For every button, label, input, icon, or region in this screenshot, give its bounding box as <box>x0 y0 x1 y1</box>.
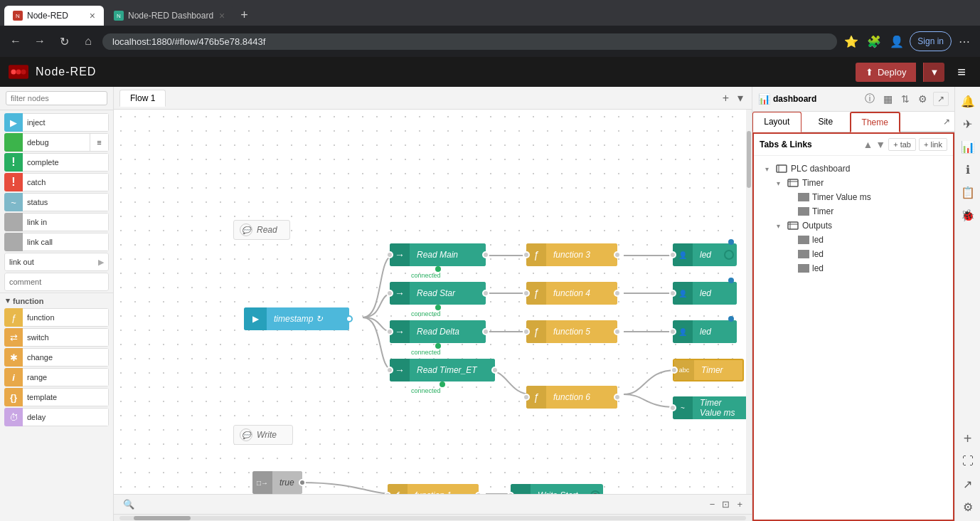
node-debug[interactable]: debug ≡ <box>4 133 109 152</box>
fn1-label: function 1 <box>408 484 479 494</box>
panel-settings-button[interactable]: ⚙ <box>915 92 930 106</box>
node-timestamp[interactable]: ▶ timestamp ↻ <box>244 307 349 330</box>
menu-button[interactable]: ≡ <box>952 61 971 83</box>
tab-theme[interactable]: Theme <box>850 112 900 132</box>
sign-in-button[interactable]: Sign in <box>910 31 952 51</box>
node-read-star[interactable]: → Read Star connected <box>390 282 486 305</box>
node-led3[interactable]: 👤 led <box>673 320 737 343</box>
node-timer[interactable]: abc Timer <box>673 359 744 381</box>
flow-tab-1[interactable]: Flow 1 <box>119 90 166 107</box>
deploy-button[interactable]: ⬆ Deploy <box>856 63 916 82</box>
tree-outputs[interactable]: ▾ Outputs <box>771 219 947 233</box>
node-status[interactable]: ~ status <box>4 193 109 211</box>
canvas-vscrollbar[interactable] <box>746 110 752 494</box>
active-tab[interactable]: N Node-RED × <box>4 6 104 26</box>
panel-external-button[interactable]: ↗ <box>933 92 949 106</box>
node-complete[interactable]: ! complete <box>4 153 109 172</box>
node-function[interactable]: ƒ function <box>4 308 109 327</box>
tree-root[interactable]: ▾ PLC dashboard <box>760 162 947 176</box>
sidebar-notifications-btn[interactable]: 🔔 <box>958 91 978 111</box>
node-template[interactable]: {} template <box>4 388 109 406</box>
sidebar-settings-btn[interactable]: ⚙ <box>958 497 978 517</box>
forward-button[interactable]: → <box>30 31 50 51</box>
panel-info-button[interactable]: ⓘ <box>862 91 878 107</box>
tree-timer-node[interactable]: ▾ Timer <box>782 204 947 219</box>
sidebar-context-btn[interactable]: 📋 <box>958 182 978 202</box>
node-inject[interactable]: ▶ inject <box>4 113 109 132</box>
tree-led2[interactable]: ▾ led <box>782 247 947 261</box>
refresh-button[interactable]: ↻ <box>54 31 74 51</box>
node-timer-value[interactable]: ~ Timer Value ms ✏ <box>673 396 752 419</box>
deploy-dropdown-button[interactable]: ▼ <box>923 63 944 82</box>
node-function6[interactable]: ƒ function 6 <box>526 386 617 409</box>
sidebar-dashboard-btn[interactable]: 📊 <box>958 137 978 157</box>
sidebar-link-btn[interactable]: ↗ <box>958 474 978 494</box>
node-write-start[interactable]: → Write Start connected <box>511 484 603 494</box>
canvas-zoom-out-button[interactable]: − <box>706 498 719 511</box>
node-function4[interactable]: ƒ function 4 <box>526 282 617 305</box>
node-switch[interactable]: ⇄ switch <box>4 328 109 347</box>
panel-sort-button[interactable]: ⇅ <box>898 92 912 106</box>
sidebar-info-btn[interactable]: ℹ <box>958 159 978 179</box>
flow-options-button[interactable]: ▾ <box>735 90 746 106</box>
debug-label: debug <box>23 133 90 152</box>
sort-down-button[interactable]: ▼ <box>875 139 885 150</box>
node-link-in[interactable]: link in <box>4 213 109 231</box>
tree-timer-value[interactable]: ▾ Timer Value ms <box>782 190 947 204</box>
fn4-label: function 4 <box>546 282 617 305</box>
profile-button[interactable]: 👤 <box>887 31 907 51</box>
tab-site[interactable]: Site <box>801 112 851 132</box>
tab-close-1[interactable]: × <box>90 10 95 21</box>
tree-led3[interactable]: ▾ led <box>782 261 947 275</box>
node-led2[interactable]: 👤 led <box>673 282 737 305</box>
home-button[interactable]: ⌂ <box>78 31 98 51</box>
port-in <box>384 492 391 494</box>
node-link-out[interactable]: link out ▶ <box>4 253 109 271</box>
node-delay[interactable]: ⏱ delay <box>4 408 109 426</box>
canvas-zoom-in-button[interactable]: + <box>733 498 746 511</box>
canvas-vscrollbar-thumb[interactable] <box>747 131 751 188</box>
node-read-main[interactable]: → Read Main connected <box>390 243 486 266</box>
node-change[interactable]: ✱ change <box>4 348 109 367</box>
node-read-timer[interactable]: → Read Timer_ET connected <box>390 359 495 381</box>
new-tab-button[interactable]: + <box>235 5 254 26</box>
flow-canvas[interactable]: 💬 Read 💬 Write ▶ timestamp ↻ → <box>114 110 752 494</box>
more-button[interactable]: ⋯ <box>954 31 974 51</box>
panel-layout-button[interactable]: ▦ <box>880 92 895 106</box>
address-bar[interactable] <box>102 33 837 50</box>
nodes-filter-input[interactable] <box>6 91 107 105</box>
node-catch[interactable]: ! catch <box>4 173 109 191</box>
sort-up-button[interactable]: ▲ <box>863 139 873 150</box>
tab-layout[interactable]: Layout <box>752 112 801 132</box>
node-comment[interactable]: comment <box>4 273 109 291</box>
node-range[interactable]: i range <box>4 368 109 386</box>
panel-external-link-button[interactable]: ↗ <box>939 112 954 132</box>
extension-button[interactable]: ⭐ <box>841 31 861 51</box>
extensions-button[interactable]: 🧩 <box>864 31 884 51</box>
canvas-hscrollbar[interactable] <box>114 514 752 521</box>
node-led1[interactable]: 👤 led <box>673 243 737 266</box>
inactive-tab[interactable]: N Node-RED Dashboard × <box>105 6 233 26</box>
node-true1[interactable]: □→ true <box>252 471 302 494</box>
node-function5[interactable]: ƒ function 5 <box>526 320 617 343</box>
add-flow-tab-button[interactable]: + <box>720 90 732 106</box>
canvas-search-button[interactable]: 🔍 <box>119 498 138 511</box>
sidebar-debug-panel-btn[interactable]: 🐞 <box>958 205 978 225</box>
canvas-hscroll-thumb[interactable] <box>134 516 191 520</box>
node-function1[interactable]: ƒ function 1 connected <box>388 484 479 494</box>
node-function3[interactable]: ƒ function 3 <box>526 243 617 266</box>
tree-led1[interactable]: ▾ led <box>782 233 947 247</box>
add-tab-button[interactable]: + tab <box>888 138 916 151</box>
tree-timer[interactable]: ▾ Timer <box>771 176 947 190</box>
led2-label: led <box>693 282 737 305</box>
tab-close-2[interactable]: × <box>219 10 225 21</box>
range-icon: i <box>4 368 23 386</box>
sidebar-add-btn[interactable]: + <box>958 428 978 448</box>
sidebar-fullscreen-btn[interactable]: ⛶ <box>958 451 978 471</box>
node-link-call[interactable]: link call <box>4 233 109 251</box>
canvas-fit-button[interactable]: ⊡ <box>718 498 733 511</box>
back-button[interactable]: ← <box>6 31 26 51</box>
add-link-button[interactable]: + link <box>919 138 947 151</box>
sidebar-deploy-btn[interactable]: ✈ <box>958 114 978 134</box>
node-read-delta[interactable]: → Read Delta connected <box>390 320 486 343</box>
